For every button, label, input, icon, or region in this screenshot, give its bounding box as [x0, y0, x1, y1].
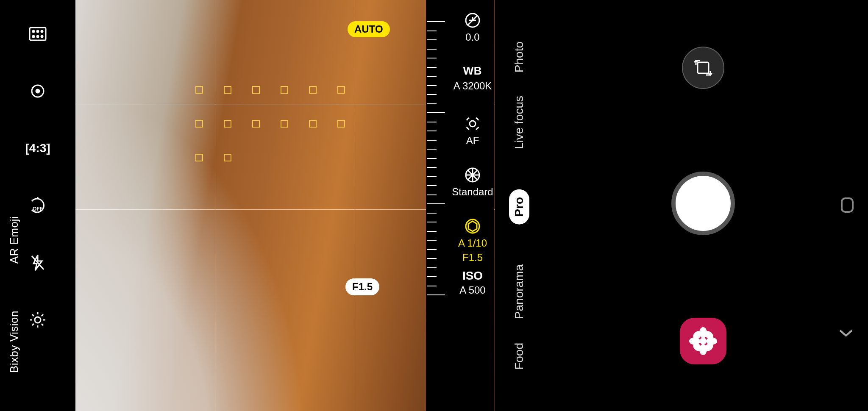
iso-label: ISO	[462, 269, 483, 283]
exposure-value: 0.0	[465, 31, 479, 43]
shutter-button[interactable]	[671, 172, 735, 235]
iso-value: A 500	[459, 284, 485, 296]
left-icon-stack: [4:3] OFF	[25, 23, 50, 330]
left-feature-labels: AR Emoji Bixby Vision	[8, 0, 21, 411]
mode-live-focus[interactable]: Live focus	[512, 96, 526, 149]
svg-point-5	[37, 36, 39, 37]
gridline	[355, 0, 355, 411]
mode-pro[interactable]: Pro	[509, 189, 529, 225]
aperture-badge[interactable]: F1.5	[345, 278, 379, 295]
switch-camera-icon	[692, 56, 715, 79]
ar-emoji-button[interactable]: AR Emoji	[8, 216, 21, 264]
flower-icon	[688, 326, 718, 356]
wb-value: A 3200K	[453, 80, 492, 92]
svg-point-17	[470, 121, 476, 127]
timer-off-label: OFF	[33, 206, 43, 212]
svg-point-26	[700, 338, 707, 344]
focus-value: AF	[466, 135, 479, 147]
expand-modes-button[interactable]	[838, 329, 854, 340]
gallery-thumbnail-button[interactable]	[680, 318, 726, 364]
svg-point-4	[33, 36, 34, 37]
svg-rect-25	[698, 62, 709, 73]
svg-point-6	[41, 36, 43, 37]
camera-app: AR Emoji Bixby Vision [4:3] OFF	[0, 0, 868, 411]
svg-marker-24	[468, 221, 477, 231]
gridline	[215, 0, 215, 411]
white-balance-setting[interactable]: WB A 3200K	[449, 64, 496, 92]
aperture-setting[interactable]: A 1/10 F1.5	[449, 218, 496, 264]
svg-point-12	[35, 317, 41, 323]
svg-point-8	[36, 89, 39, 93]
autofocus-grid	[195, 86, 346, 162]
mode-food[interactable]: Food	[512, 343, 526, 370]
mode-rail[interactable]: Photo Live focus Pro Panorama Food	[504, 0, 534, 411]
focus-setting[interactable]: AF	[449, 115, 496, 147]
svg-line-16	[467, 15, 478, 25]
filter-setting[interactable]: Standard	[449, 167, 496, 198]
svg-rect-0	[30, 28, 46, 40]
aspect-ratio-button[interactable]: [4:3]	[25, 138, 50, 159]
auto-mode-badge[interactable]: AUTO	[348, 21, 390, 37]
gallery-grid-icon[interactable]	[27, 23, 48, 44]
mode-photo[interactable]: Photo	[512, 42, 526, 72]
aspect-ratio-value: 4:3	[29, 142, 46, 155]
device-notch	[841, 197, 854, 213]
aperture-line1: A 1/10	[458, 237, 487, 249]
target-icon[interactable]	[27, 81, 48, 102]
switch-camera-button[interactable]	[682, 47, 724, 89]
chevron-down-icon	[838, 329, 854, 338]
svg-point-2	[37, 31, 39, 32]
timer-off-icon[interactable]: OFF	[27, 195, 48, 216]
wb-label: WB	[463, 64, 482, 78]
mode-panorama[interactable]: Panorama	[512, 264, 526, 319]
left-toolbar: AR Emoji Bixby Vision [4:3] OFF	[0, 0, 75, 411]
settings-gear-icon[interactable]	[27, 309, 48, 330]
flash-off-icon[interactable]	[27, 252, 48, 273]
filter-value: Standard	[452, 186, 493, 198]
shutter-scale[interactable]	[427, 21, 448, 299]
exposure-setting[interactable]: 0.0	[449, 12, 496, 43]
right-controls	[538, 0, 868, 411]
iso-setting[interactable]: ISO A 500	[449, 269, 496, 296]
svg-point-3	[41, 31, 43, 32]
aperture-line2: F1.5	[462, 252, 483, 264]
svg-point-1	[33, 31, 34, 32]
pro-settings-column: 0.0 WB A 3200K AF Standard A 1/10 F1.5 I…	[426, 0, 494, 411]
bixby-vision-button[interactable]: Bixby Vision	[8, 311, 21, 373]
